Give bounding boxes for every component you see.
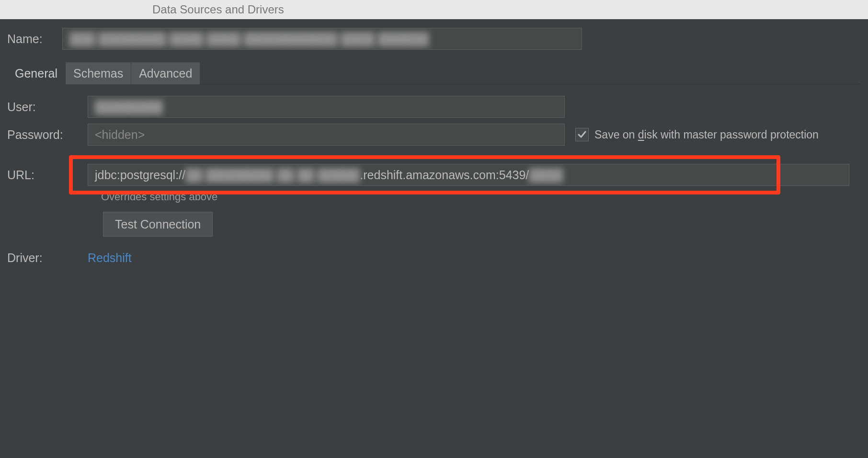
url-prefix: jdbc:postgresql:// bbox=[95, 168, 185, 182]
check-icon bbox=[578, 130, 586, 139]
driver-label: Driver: bbox=[7, 251, 88, 265]
tab-advanced[interactable]: Advanced bbox=[131, 62, 200, 84]
test-connection-button[interactable]: Test Connection bbox=[103, 212, 213, 237]
password-input[interactable]: <hidden> bbox=[88, 124, 565, 146]
user-label: User: bbox=[7, 100, 88, 114]
titlebar-title: Data Sources and Drivers bbox=[152, 3, 284, 16]
tab-general[interactable]: General bbox=[7, 62, 65, 84]
url-db-blur: ████ bbox=[529, 168, 563, 182]
name-value: ███ ████████ ████ ████ ███████████ ████ … bbox=[69, 32, 429, 46]
tabs: General Schemas Advanced bbox=[7, 62, 861, 84]
url-row: URL: jdbc:postgresql://██ ████████ ██ ██… bbox=[7, 164, 861, 186]
password-label: Password: bbox=[7, 128, 88, 142]
name-label: Name: bbox=[7, 32, 62, 46]
password-row: Password: <hidden> Save on disk with mas… bbox=[7, 124, 861, 146]
driver-link[interactable]: Redshift bbox=[88, 251, 132, 265]
password-value: <hidden> bbox=[95, 128, 145, 142]
user-value: ████████ bbox=[95, 100, 163, 114]
general-panel: User: ████████ Password: <hidden> Save o… bbox=[7, 84, 861, 265]
name-input[interactable]: ███ ████████ ████ ████ ███████████ ████ … bbox=[62, 28, 582, 50]
name-row: Name: ███ ████████ ████ ████ ███████████… bbox=[7, 28, 861, 50]
save-password-label: Save on disk with master password protec… bbox=[594, 128, 819, 141]
tab-schemas[interactable]: Schemas bbox=[65, 62, 131, 84]
save-password-checkbox[interactable] bbox=[575, 128, 589, 141]
url-mid: .redshift.amazonaws.com:5439/ bbox=[360, 168, 529, 182]
user-row: User: ████████ bbox=[7, 96, 861, 118]
user-input[interactable]: ████████ bbox=[88, 96, 565, 118]
url-hint: Overrides settings above bbox=[7, 191, 861, 203]
dialog-content: Name: ███ ████████ ████ ████ ███████████… bbox=[0, 19, 868, 265]
titlebar: Data Sources and Drivers bbox=[0, 0, 868, 19]
save-password-wrap: Save on disk with master password protec… bbox=[575, 128, 819, 141]
url-host-blur: ██ ████████ ██ ██ █████ bbox=[185, 168, 360, 182]
driver-row: Driver: Redshift bbox=[7, 251, 861, 265]
url-input[interactable]: jdbc:postgresql://██ ████████ ██ ██ ████… bbox=[88, 164, 849, 186]
url-label: URL: bbox=[7, 168, 88, 182]
